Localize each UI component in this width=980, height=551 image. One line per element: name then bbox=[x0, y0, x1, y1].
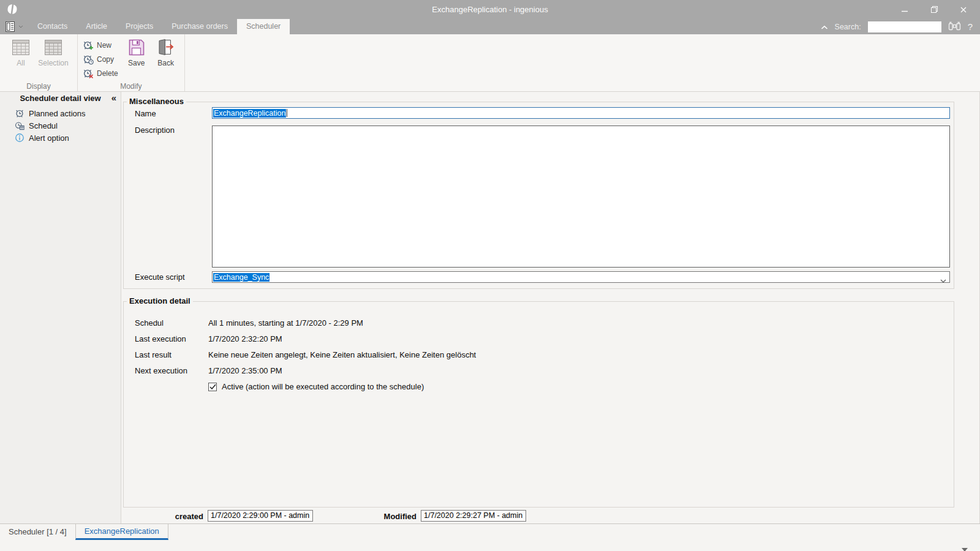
next-execution-row: Next execution 1/7/2020 2:35:00 PM bbox=[135, 366, 187, 375]
sidebar-title: Scheduler detail view bbox=[20, 94, 100, 103]
tab-scheduler[interactable]: Scheduler bbox=[237, 19, 290, 34]
execute-script-label: Execute script bbox=[135, 272, 185, 282]
delete-alarm-icon bbox=[83, 68, 94, 79]
checkmark-icon bbox=[209, 384, 216, 390]
menu-tabs: Contacts Article Projects Purchase order… bbox=[28, 19, 290, 34]
next-execution-label: Next execution bbox=[135, 366, 187, 375]
tab-scheduler-list[interactable]: Scheduler [1 / 4] bbox=[0, 524, 75, 540]
title-bar: ExchangeReplication - ingenious bbox=[0, 0, 980, 19]
app-menu-icon bbox=[5, 21, 17, 32]
description-textarea[interactable] bbox=[212, 126, 950, 268]
schedul-value: All 1 minutes, starting at 1/7/2020 - 2:… bbox=[208, 318, 363, 328]
modified-field: 1/7/2020 2:29:27 PM - admin bbox=[421, 510, 526, 522]
minimize-button[interactable] bbox=[897, 2, 913, 18]
last-result-label: Last result bbox=[135, 350, 172, 359]
detail-form: Miscellaneous Name ExchangeReplication D… bbox=[121, 92, 980, 523]
copy-alarm-icon bbox=[83, 54, 94, 65]
schedule-icon bbox=[15, 121, 24, 130]
collapse-sidebar-icon[interactable]: « bbox=[111, 92, 116, 103]
active-checkbox-label: Active (action will be executed accordin… bbox=[222, 382, 424, 391]
sidebar-item-schedul[interactable]: Schedul bbox=[0, 119, 121, 132]
restore-button[interactable] bbox=[926, 2, 942, 18]
save-button-label: Save bbox=[128, 59, 145, 67]
sidebar-item-label: Planned actions bbox=[29, 109, 86, 118]
tab-projects[interactable]: Projects bbox=[116, 19, 162, 34]
table-grid-icon bbox=[44, 39, 62, 56]
all-button[interactable]: All bbox=[6, 37, 36, 67]
app-menu-button[interactable] bbox=[5, 21, 23, 32]
tab-purchase-orders[interactable]: Purchase orders bbox=[162, 19, 237, 34]
name-label: Name bbox=[135, 109, 156, 118]
document-tab-bar: Scheduler [1 / 4] ExchangeReplication bbox=[0, 523, 980, 540]
last-execution-value: 1/7/2020 2:32:20 PM bbox=[208, 334, 282, 343]
copy-button-label: Copy bbox=[97, 55, 114, 64]
close-button[interactable] bbox=[956, 2, 971, 18]
bottom-strip bbox=[0, 540, 980, 551]
ribbon-group-modify-label: Modify bbox=[78, 82, 184, 91]
delete-button[interactable]: Delete bbox=[83, 66, 118, 80]
back-button-label: Back bbox=[157, 59, 174, 67]
window-title: ExchangeReplication - ingenious bbox=[0, 5, 980, 14]
name-input[interactable]: ExchangeReplication bbox=[212, 107, 950, 119]
new-button-label: New bbox=[97, 41, 111, 50]
collapse-ribbon-icon[interactable] bbox=[821, 21, 828, 32]
name-value: ExchangeReplication bbox=[213, 109, 286, 118]
copy-button[interactable]: Copy bbox=[83, 52, 118, 66]
ribbon: All Selection Display New bbox=[0, 34, 980, 92]
binoculars-icon[interactable] bbox=[948, 21, 961, 33]
delete-button-label: Delete bbox=[97, 69, 118, 78]
last-execution-label: Last execution bbox=[135, 334, 186, 343]
menu-row: Contacts Article Projects Purchase order… bbox=[0, 19, 980, 34]
alarm-clock-icon bbox=[15, 108, 24, 118]
created-label: created bbox=[156, 512, 203, 521]
last-result-value: Keine neue Zeiten angelegt, Keine Zeiten… bbox=[208, 350, 476, 359]
search-input[interactable] bbox=[868, 21, 941, 32]
selection-button[interactable]: Selection bbox=[36, 37, 71, 67]
description-label: Description bbox=[135, 126, 175, 135]
execute-script-combobox[interactable]: Exchange_Sync bbox=[212, 271, 950, 283]
next-execution-value: 1/7/2020 2:35:00 PM bbox=[208, 366, 282, 375]
table-grid-icon bbox=[12, 39, 30, 56]
help-icon[interactable]: ? bbox=[968, 21, 973, 32]
execution-detail-groupbox: Execution detail Schedul All 1 minutes, … bbox=[123, 301, 954, 508]
miscellaneous-groupbox: Miscellaneous Name ExchangeReplication D… bbox=[123, 102, 954, 289]
sidebar-item-planned-actions[interactable]: Planned actions bbox=[0, 107, 121, 119]
combo-chevron-down-icon[interactable] bbox=[940, 276, 946, 285]
selection-button-label: Selection bbox=[38, 59, 68, 67]
execution-detail-title: Execution detail bbox=[127, 296, 193, 305]
active-checkbox[interactable] bbox=[208, 383, 217, 391]
tab-contacts[interactable]: Contacts bbox=[28, 19, 77, 34]
new-alarm-icon bbox=[83, 40, 94, 51]
detail-view-sidebar: Scheduler detail view « Planned actions … bbox=[0, 92, 121, 523]
search-label: Search: bbox=[835, 23, 861, 31]
tab-exchangereplication[interactable]: ExchangeReplication bbox=[75, 524, 168, 540]
all-button-label: All bbox=[17, 59, 24, 67]
modified-label: Modified bbox=[364, 512, 417, 521]
new-button[interactable]: New bbox=[83, 38, 118, 52]
last-result-row: Last result Keine neue Zeiten angelegt, … bbox=[135, 350, 172, 359]
sidebar-item-label: Schedul bbox=[29, 121, 58, 130]
save-floppy-icon bbox=[127, 39, 146, 56]
ribbon-group-display: All Selection Display bbox=[0, 34, 78, 91]
tab-list-dropdown-icon[interactable] bbox=[962, 543, 968, 551]
ribbon-group-modify: New Copy Delete bbox=[78, 34, 185, 91]
back-button[interactable]: Back bbox=[151, 37, 181, 67]
tab-article[interactable]: Article bbox=[77, 19, 116, 34]
text-caret bbox=[287, 109, 287, 117]
save-button[interactable]: Save bbox=[122, 37, 151, 67]
sidebar-item-alert-option[interactable]: Alert option bbox=[0, 132, 121, 144]
execute-script-value: Exchange_Sync bbox=[213, 273, 270, 282]
last-execution-row: Last execution 1/7/2020 2:32:20 PM bbox=[135, 334, 186, 343]
chevron-down-icon bbox=[18, 25, 23, 28]
created-field: 1/7/2020 2:29:00 PM - admin bbox=[208, 510, 313, 522]
back-door-icon bbox=[157, 39, 175, 56]
info-icon bbox=[15, 133, 24, 143]
sidebar-item-label: Alert option bbox=[29, 133, 69, 143]
ribbon-group-display-label: Display bbox=[0, 82, 77, 91]
schedul-row: Schedul All 1 minutes, starting at 1/7/2… bbox=[135, 318, 164, 328]
schedul-label: Schedul bbox=[135, 318, 164, 328]
miscellaneous-title: Miscellaneous bbox=[127, 97, 186, 106]
